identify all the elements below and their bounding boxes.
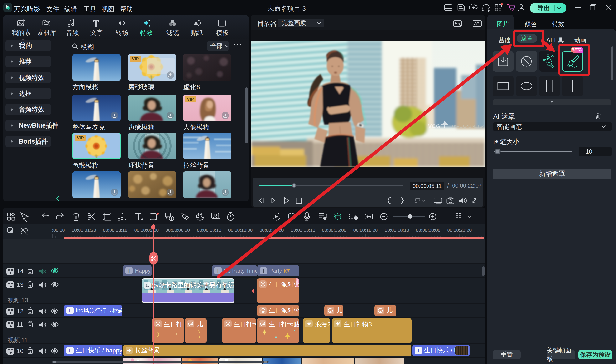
svg-text:ID:VCG41N1164334993: ID:VCG41N1164334993	[450, 124, 485, 129]
svg-text:VCG: VCG	[428, 123, 440, 129]
